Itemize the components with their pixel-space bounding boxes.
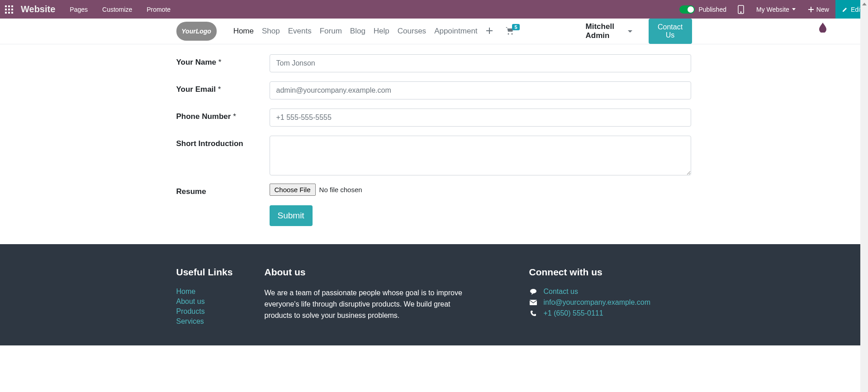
footer-email-link[interactable]: info@yourcompany.example.com [544, 298, 651, 307]
site-header: YourLogo Home Shop Events Forum Blog Hel… [0, 19, 868, 44]
svg-point-17 [530, 289, 536, 293]
cart-badge: 5 [512, 24, 519, 30]
topbar-promote[interactable]: Promote [139, 6, 178, 13]
svg-rect-4 [8, 9, 10, 10]
svg-point-15 [508, 33, 509, 34]
apps-icon[interactable] [0, 0, 18, 19]
footer-link-services[interactable]: Services [176, 317, 204, 325]
resume-label: Resume [176, 184, 270, 196]
intro-textarea[interactable] [270, 136, 691, 175]
svg-rect-1 [8, 5, 10, 7]
color-picker-droplet-icon[interactable] [818, 22, 827, 34]
user-name: Mitchell Admin [586, 22, 625, 40]
speech-icon [529, 288, 537, 295]
caret-down-icon [792, 8, 796, 10]
app-brand[interactable]: Website [18, 4, 62, 14]
footer-links-title: Useful Links [176, 267, 265, 278]
phone-icon [529, 310, 537, 316]
envelope-icon [529, 300, 537, 305]
svg-rect-8 [11, 12, 13, 14]
svg-rect-5 [11, 9, 13, 10]
site-nav: Home Shop Events Forum Blog Help Courses… [229, 27, 497, 36]
contact-form: Your Name * Your Email * Phone Number * … [176, 54, 692, 226]
name-input[interactable] [270, 54, 691, 72]
my-website-label: My Website [756, 6, 789, 13]
published-label: Published [698, 6, 726, 13]
site-logo[interactable]: YourLogo [176, 22, 217, 41]
nav-shop[interactable]: Shop [258, 27, 284, 36]
admin-topbar: Website Pages Customize Promote Publishe… [0, 0, 868, 19]
email-input[interactable] [270, 81, 691, 99]
scroll-up-arrow-icon[interactable] [860, 0, 868, 8]
topbar-pages[interactable]: Pages [62, 6, 95, 13]
nav-events[interactable]: Events [284, 27, 316, 36]
logo-text: YourLogo [181, 28, 211, 35]
mobile-preview-icon[interactable] [732, 0, 750, 19]
intro-label: Short Introduction [176, 136, 270, 148]
footer-link-products[interactable]: Products [176, 307, 205, 315]
phone-label: Phone Number * [176, 109, 270, 121]
svg-rect-3 [5, 9, 7, 10]
caret-down-icon [628, 30, 632, 33]
nav-home[interactable]: Home [229, 27, 258, 36]
footer-about-text: We are a team of passionate people whose… [265, 288, 473, 321]
submit-button[interactable]: Submit [270, 205, 313, 226]
svg-rect-2 [11, 5, 13, 7]
phone-input[interactable] [270, 109, 691, 127]
svg-rect-18 [530, 300, 537, 305]
add-page-icon[interactable] [482, 27, 497, 36]
footer-about-title: About us [265, 267, 529, 278]
svg-rect-7 [8, 12, 10, 14]
footer-connect-title: Connect with us [529, 267, 692, 278]
my-website-dropdown[interactable]: My Website [750, 6, 802, 13]
new-button[interactable]: New [802, 0, 835, 19]
footer-link-about[interactable]: About us [176, 298, 205, 305]
nav-blog[interactable]: Blog [346, 27, 370, 36]
svg-point-10 [740, 12, 741, 13]
nav-appointment[interactable]: Appointment [430, 27, 481, 36]
site-footer: Useful Links Home About us Products Serv… [0, 244, 868, 345]
nav-courses[interactable]: Courses [394, 27, 430, 36]
user-menu[interactable]: Mitchell Admin [586, 22, 632, 40]
new-label: New [816, 6, 829, 13]
footer-contact-link[interactable]: Contact us [544, 288, 578, 296]
svg-rect-6 [5, 12, 7, 14]
nav-help[interactable]: Help [370, 27, 394, 36]
footer-phone-link[interactable]: +1 (650) 555-0111 [544, 309, 603, 317]
choose-file-button[interactable]: Choose File [270, 184, 316, 196]
footer-link-home[interactable]: Home [176, 288, 196, 295]
scrollbar[interactable] [860, 0, 868, 345]
name-label: Your Name * [176, 54, 270, 67]
nav-forum[interactable]: Forum [316, 27, 346, 36]
cart-icon[interactable]: 5 [497, 27, 522, 36]
svg-point-16 [511, 33, 512, 34]
email-label: Your Email * [176, 81, 270, 94]
file-status-text: No file chosen [319, 186, 362, 194]
published-toggle[interactable] [679, 5, 695, 14]
svg-rect-12 [808, 9, 814, 10]
svg-rect-0 [5, 5, 7, 7]
contact-us-button[interactable]: Contact Us [649, 19, 692, 44]
svg-rect-14 [486, 30, 493, 31]
topbar-customize[interactable]: Customize [95, 6, 139, 13]
